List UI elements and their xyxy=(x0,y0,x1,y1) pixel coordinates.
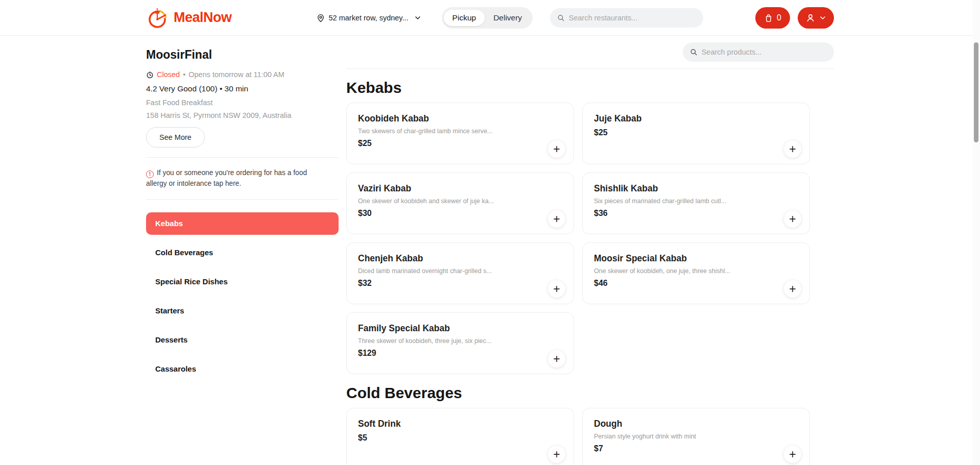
sidebar-item-cassaroles[interactable]: Cassaroles xyxy=(146,358,339,380)
add-to-cart-button[interactable]: + xyxy=(784,140,801,158)
shopping-bag-icon xyxy=(764,13,773,22)
top-navbar: MealNow 52 market row, sydney... Pickup … xyxy=(0,0,980,36)
cuisine-tags: Fast Food Breakfast xyxy=(146,99,339,107)
product-price: $30 xyxy=(358,209,562,218)
add-to-cart-button[interactable]: + xyxy=(784,446,801,463)
menu-item-card[interactable]: Soft Drink $5 + xyxy=(346,408,574,465)
add-to-cart-button[interactable]: + xyxy=(548,350,565,368)
product-price: $7 xyxy=(594,444,798,453)
product-name: Shishlik Kabab xyxy=(594,183,798,194)
product-name: Koobideh Kabab xyxy=(358,113,562,124)
brand-name: MealNow xyxy=(174,10,232,26)
cart-button[interactable]: 0 xyxy=(755,7,790,29)
chevron-down-icon xyxy=(819,14,826,21)
product-description: One skewer of koobideh and skewer of juj… xyxy=(358,198,562,205)
add-to-cart-button[interactable]: + xyxy=(548,280,565,298)
menu-item-card[interactable]: Shishlik Kabab Six pieces of marinated c… xyxy=(582,173,810,234)
menu-section-cold-beverages: Cold Beverages Soft Drink $5 + Dough Per… xyxy=(346,384,834,465)
mealnow-clock-icon xyxy=(146,6,170,30)
restaurant-name: MoosirFinal xyxy=(146,48,339,62)
divider xyxy=(146,199,339,200)
allergy-notice[interactable]: !If you or someone you're ordering for h… xyxy=(146,167,339,189)
product-name: Dough xyxy=(594,419,798,429)
add-to-cart-button[interactable]: + xyxy=(548,446,565,463)
menu-section-kebabs: Kebabs Koobideh Kabab Two skewers of cha… xyxy=(346,79,834,374)
status-row: Closed • Opens tomorrow at 11:00 AM xyxy=(146,70,339,79)
address-selector[interactable]: 52 market row, sydney... xyxy=(316,13,421,22)
restaurant-info-panel: MoosirFinal Closed • Opens tomorrow at 1… xyxy=(146,36,339,465)
product-description: Two skewers of char-grilled lamb mince s… xyxy=(358,128,562,135)
clock-icon xyxy=(146,71,154,79)
see-more-button[interactable]: See More xyxy=(146,127,205,148)
status-badge: Closed xyxy=(157,70,180,79)
product-price: $36 xyxy=(594,209,798,218)
restaurant-search xyxy=(550,8,703,28)
restaurant-address: 158 Harris St, Pyrmont NSW 2009, Austral… xyxy=(146,111,339,119)
location-pin-icon xyxy=(316,13,325,22)
add-to-cart-button[interactable]: + xyxy=(548,140,565,158)
address-text: 52 market row, sydney... xyxy=(329,14,409,22)
product-name: Vaziri Kabab xyxy=(358,183,562,194)
product-price: $25 xyxy=(358,139,562,148)
chevron-down-icon xyxy=(414,14,421,21)
product-name: Soft Drink xyxy=(358,419,562,429)
product-search-input[interactable] xyxy=(702,48,827,56)
menu-item-card[interactable]: Family Special Kabab Three skewer of koo… xyxy=(346,312,574,374)
sidebar-item-cold-beverages[interactable]: Cold Beverages xyxy=(146,241,339,264)
sidebar-item-desserts[interactable]: Desserts xyxy=(146,329,339,351)
section-title: Cold Beverages xyxy=(346,384,834,402)
cart-count-badge: 0 xyxy=(777,13,781,22)
product-price: $5 xyxy=(358,433,562,443)
product-name: Juje Kabab xyxy=(594,113,798,124)
product-description: Diced lamb marinated overnight char-gril… xyxy=(358,267,562,275)
rating-line: 4.2 Very Good (100) • 30 min xyxy=(146,84,339,93)
product-price: $32 xyxy=(358,279,562,288)
section-title: Kebabs xyxy=(346,79,834,96)
pickup-toggle[interactable]: Pickup xyxy=(444,10,485,26)
alert-icon: ! xyxy=(146,170,154,178)
search-icon xyxy=(557,14,565,22)
sidebar-item-kebabs[interactable]: Kebabs xyxy=(146,212,339,235)
product-description: Three skewer of koobideh, three juje, si… xyxy=(358,337,562,345)
menu-panel: Kebabs Koobideh Kabab Two skewers of cha… xyxy=(346,36,834,465)
user-icon xyxy=(805,13,816,23)
add-to-cart-button[interactable]: + xyxy=(784,280,801,298)
product-search xyxy=(683,42,834,62)
product-price: $129 xyxy=(358,349,562,358)
menu-item-card[interactable]: Juje Kabab $25 + xyxy=(582,103,810,164)
allergy-notice-text: If you or someone you're ordering for ha… xyxy=(146,169,307,187)
divider xyxy=(146,157,339,158)
product-description: One skewer of koobideh, one juje, three … xyxy=(594,267,798,275)
menu-item-card[interactable]: Dough Persian style yoghurt drink with m… xyxy=(582,408,810,465)
separator-dot: • xyxy=(183,70,185,79)
product-name: Family Special Kabab xyxy=(358,323,562,334)
product-price: $25 xyxy=(594,128,798,137)
account-button[interactable] xyxy=(798,7,834,29)
add-to-cart-button[interactable]: + xyxy=(784,210,801,228)
product-name: Chenjeh Kabab xyxy=(358,253,562,264)
product-price: $46 xyxy=(594,279,798,288)
product-description: Six pieces of marinated char-grilled lam… xyxy=(594,198,798,205)
brand-logo[interactable]: MealNow xyxy=(146,6,232,30)
product-name: Moosir Special Kabab xyxy=(594,253,798,264)
sidebar-item-special-rice-dishes[interactable]: Special Rice Dishes xyxy=(146,271,339,293)
category-sidebar: Kebabs Cold Beverages Special Rice Dishe… xyxy=(146,212,339,380)
delivery-toggle[interactable]: Delivery xyxy=(485,10,531,26)
menu-item-card[interactable]: Moosir Special Kabab One skewer of koobi… xyxy=(582,242,810,304)
order-type-toggle: Pickup Delivery xyxy=(442,7,533,29)
search-icon xyxy=(690,48,698,56)
menu-item-card[interactable]: Chenjeh Kabab Diced lamb marinated overn… xyxy=(346,242,574,304)
menu-item-card[interactable]: Koobideh Kabab Two skewers of char-grill… xyxy=(346,103,574,164)
scrollbar-thumb[interactable] xyxy=(974,42,978,142)
add-to-cart-button[interactable]: + xyxy=(548,210,565,228)
sidebar-item-starters[interactable]: Starters xyxy=(146,300,339,322)
menu-header xyxy=(346,36,834,69)
restaurant-search-input[interactable] xyxy=(569,14,696,22)
menu-item-card[interactable]: Vaziri Kabab One skewer of koobideh and … xyxy=(346,173,574,234)
product-description: Persian style yoghurt drink with mint xyxy=(594,433,798,440)
opening-hours-text: Opens tomorrow at 11:00 AM xyxy=(188,70,284,79)
scrollbar-track[interactable] xyxy=(973,0,980,465)
